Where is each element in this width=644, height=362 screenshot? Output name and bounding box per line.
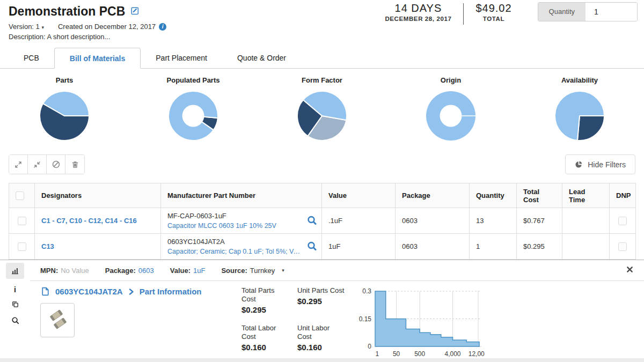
source-dropdown[interactable]: Source: Turnkey ▾ xyxy=(221,267,284,275)
hide-filters-button[interactable]: Hide Filters xyxy=(565,154,635,174)
search-icon xyxy=(307,215,317,225)
filter-chart-availability[interactable]: Availability xyxy=(515,76,644,144)
edit-title-icon[interactable] xyxy=(130,6,140,17)
tab-bill-of-materials[interactable]: Bill of Materials xyxy=(54,48,141,69)
filter-chart-form-factor[interactable]: Form Factor xyxy=(258,76,386,144)
chevron-down-icon: ▾ xyxy=(282,268,284,273)
tab-pcb[interactable]: PCB xyxy=(9,48,54,68)
search-tab-button[interactable] xyxy=(11,316,19,326)
part-search-button[interactable] xyxy=(307,241,317,252)
dnp-checkbox[interactable] xyxy=(618,242,627,251)
populated-parts-pie-chart[interactable] xyxy=(167,90,219,142)
page-bottom-strip xyxy=(0,358,644,362)
filter-chart-origin[interactable]: Origin xyxy=(386,76,515,144)
quantity-cell: 1 xyxy=(470,234,517,260)
designators-link[interactable]: C13 xyxy=(41,242,54,250)
info-icon: i xyxy=(14,285,16,294)
dnp-button[interactable] xyxy=(47,155,65,174)
value-value-link[interactable]: 1uF xyxy=(193,267,205,275)
bom-toolbar: Hide Filters xyxy=(9,154,635,174)
total-labor-cost: Total Labor Cost $0.160 xyxy=(241,324,289,361)
lead-time-cell xyxy=(562,234,610,260)
close-panel-button[interactable] xyxy=(626,266,633,275)
origin-pie-chart[interactable] xyxy=(425,90,477,142)
detail-panel-rail: i xyxy=(0,260,30,357)
price-break-chart[interactable]: 00.150.31505004,00012,000 xyxy=(356,286,485,361)
designators-link[interactable]: C1 - C7, C10 - C12, C14 - C16 xyxy=(41,217,137,225)
copy-tab-button[interactable] xyxy=(11,300,19,309)
price-chart-tab-button[interactable] xyxy=(6,263,24,279)
bom-action-group xyxy=(9,154,85,174)
parts-pie-chart[interactable] xyxy=(39,90,90,142)
detail-panel-main: MPN: No Value Package: 0603 Value: 1uF S… xyxy=(30,260,644,357)
filter-chart-parts[interactable]: Parts xyxy=(0,76,129,144)
package-value-link[interactable]: 0603 xyxy=(138,267,154,275)
part-info-tab-button[interactable]: i xyxy=(14,286,16,293)
form-factor-pie-chart[interactable] xyxy=(296,90,348,142)
part-search-button[interactable] xyxy=(307,215,317,226)
cost-summary: Total Parts Cost $0.295 Unit Parts Cost … xyxy=(241,286,346,361)
part-detail-panel: i MPN: No Value Package: 0603 Valu xyxy=(0,260,644,357)
trash-icon xyxy=(71,160,79,169)
row-checkbox[interactable] xyxy=(18,242,26,251)
delete-button[interactable] xyxy=(65,155,84,174)
close-icon xyxy=(626,266,633,273)
mpn-description-link[interactable]: Capacitor; Ceramic; Cap 0.1 uF; Tol 5%; … xyxy=(167,247,303,256)
row-checkbox[interactable] xyxy=(18,217,26,225)
collapse-rows-button[interactable] xyxy=(28,155,47,174)
mpn-value: No Value xyxy=(61,267,89,275)
search-icon xyxy=(11,316,19,324)
chevron-down-icon: ▾ xyxy=(41,25,44,30)
version-selector[interactable]: Version: 1 ▾ xyxy=(9,23,44,31)
header-summary: 14 DAYS DECEMBER 28, 2017 $49.02 TOTAL Q… xyxy=(373,2,638,25)
package-cell: 0603 xyxy=(396,208,470,234)
expand-rows-button[interactable] xyxy=(9,155,28,174)
total-block: $49.02 TOTAL xyxy=(464,2,523,22)
search-icon xyxy=(307,241,317,250)
svg-text:500: 500 xyxy=(414,350,425,358)
lead-time-cell xyxy=(562,208,610,234)
part-thumbnail[interactable] xyxy=(40,303,75,337)
package-label: Package: xyxy=(105,267,136,275)
table-row: C13 0603YC104JAT2A Capacitor; Ceramic; C… xyxy=(9,234,636,260)
expand-icon xyxy=(14,160,23,169)
page-title: Demonstration PCB xyxy=(9,4,125,19)
value-label: Value: xyxy=(170,267,191,275)
dnp-checkbox[interactable] xyxy=(618,217,627,225)
filter-chart-populated-parts[interactable]: Populated Parts xyxy=(129,76,258,144)
col-value: Value xyxy=(322,183,396,208)
total-amount: $49.02 xyxy=(475,2,511,14)
package-cell: 0603 xyxy=(396,234,470,260)
svg-text:0.15: 0.15 xyxy=(359,315,372,323)
info-icon[interactable]: i xyxy=(159,23,166,31)
quantity-input[interactable] xyxy=(586,3,637,21)
bar-chart-icon xyxy=(11,267,19,275)
mpn-description-link[interactable]: Capacitor MLCC 0603 1uF 10% 25V xyxy=(167,221,303,230)
value-cell: 1uF xyxy=(322,234,396,260)
page-header: Demonstration PCB Version: 1 ▾ Created o… xyxy=(0,0,644,41)
col-mpn: Manufacturer Part Number xyxy=(161,183,322,208)
capacitor-image xyxy=(42,305,73,336)
svg-text:12,000: 12,000 xyxy=(469,350,485,358)
lead-time-days: 14 DAYS xyxy=(385,2,451,14)
col-total-cost: Total Cost xyxy=(517,183,562,208)
part-information-link[interactable]: Part Information xyxy=(140,287,202,296)
select-all-checkbox[interactable] xyxy=(16,191,24,200)
lead-time-date: DECEMBER 28, 2017 xyxy=(385,16,451,22)
tab-part-placement[interactable]: Part Placement xyxy=(141,48,222,68)
availability-pie-chart[interactable] xyxy=(554,90,605,142)
table-header-row: Designators Manufacturer Part Number Val… xyxy=(9,183,636,208)
ban-icon xyxy=(52,160,61,169)
tab-quote-order[interactable]: Quote & Order xyxy=(222,48,301,68)
part-column: 0603YC104JAT2A Part Information xyxy=(40,286,241,361)
copy-icon xyxy=(11,300,19,308)
svg-text:4,000: 4,000 xyxy=(445,350,461,358)
quantity-cell: 13 xyxy=(470,208,517,234)
datasheet-icon[interactable] xyxy=(40,286,50,297)
col-dnp: DNP xyxy=(610,183,636,208)
quantity-label: Quantity xyxy=(538,3,586,21)
app-window: Demonstration PCB Version: 1 ▾ Created o… xyxy=(0,0,644,362)
unit-parts-cost: Unit Parts Cost $0.295 xyxy=(297,286,345,324)
table-row: C1 - C7, C10 - C12, C14 - C16 MF-CAP-060… xyxy=(9,208,636,234)
part-number-link[interactable]: 0603YC104JAT2A xyxy=(55,287,123,296)
